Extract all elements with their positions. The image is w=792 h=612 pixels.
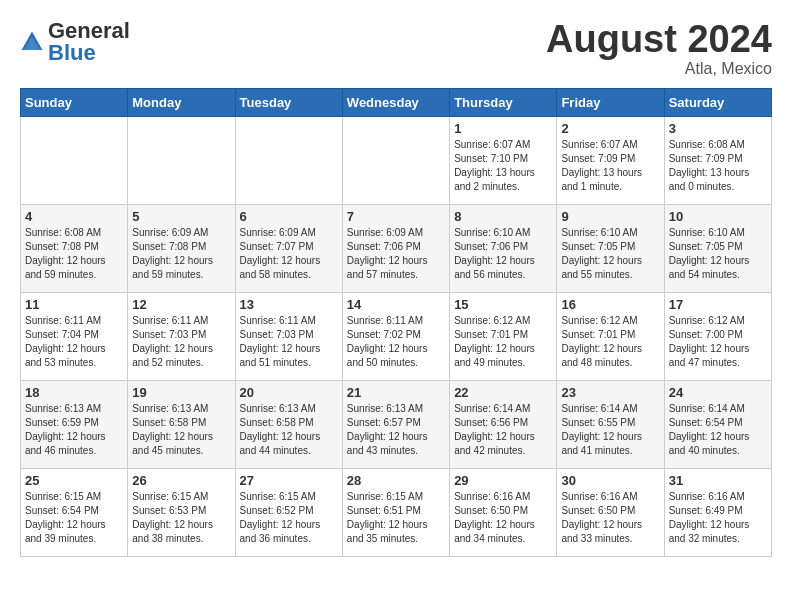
day-info: Sunrise: 6:09 AM Sunset: 7:08 PM Dayligh… [132,226,230,282]
page-header: General Blue August 2024 Atla, Mexico [20,20,772,78]
day-number: 17 [669,297,767,312]
calendar-cell: 26Sunrise: 6:15 AM Sunset: 6:53 PM Dayli… [128,469,235,557]
day-header-saturday: Saturday [664,89,771,117]
day-number: 22 [454,385,552,400]
day-info: Sunrise: 6:14 AM Sunset: 6:55 PM Dayligh… [561,402,659,458]
calendar-cell: 29Sunrise: 6:16 AM Sunset: 6:50 PM Dayli… [450,469,557,557]
calendar-cell: 17Sunrise: 6:12 AM Sunset: 7:00 PM Dayli… [664,293,771,381]
day-info: Sunrise: 6:16 AM Sunset: 6:49 PM Dayligh… [669,490,767,546]
day-info: Sunrise: 6:12 AM Sunset: 7:01 PM Dayligh… [561,314,659,370]
calendar-cell: 25Sunrise: 6:15 AM Sunset: 6:54 PM Dayli… [21,469,128,557]
day-info: Sunrise: 6:09 AM Sunset: 7:06 PM Dayligh… [347,226,445,282]
day-number: 19 [132,385,230,400]
day-number: 4 [25,209,123,224]
calendar-cell: 30Sunrise: 6:16 AM Sunset: 6:50 PM Dayli… [557,469,664,557]
day-number: 23 [561,385,659,400]
location: Atla, Mexico [546,60,772,78]
calendar-cell: 27Sunrise: 6:15 AM Sunset: 6:52 PM Dayli… [235,469,342,557]
calendar-header-row: SundayMondayTuesdayWednesdayThursdayFrid… [21,89,772,117]
day-info: Sunrise: 6:07 AM Sunset: 7:10 PM Dayligh… [454,138,552,194]
day-number: 27 [240,473,338,488]
day-info: Sunrise: 6:08 AM Sunset: 7:08 PM Dayligh… [25,226,123,282]
day-number: 18 [25,385,123,400]
day-info: Sunrise: 6:10 AM Sunset: 7:05 PM Dayligh… [561,226,659,282]
day-info: Sunrise: 6:15 AM Sunset: 6:51 PM Dayligh… [347,490,445,546]
day-info: Sunrise: 6:11 AM Sunset: 7:02 PM Dayligh… [347,314,445,370]
calendar-cell: 2Sunrise: 6:07 AM Sunset: 7:09 PM Daylig… [557,117,664,205]
calendar-cell: 20Sunrise: 6:13 AM Sunset: 6:58 PM Dayli… [235,381,342,469]
day-header-monday: Monday [128,89,235,117]
day-number: 10 [669,209,767,224]
calendar-cell: 11Sunrise: 6:11 AM Sunset: 7:04 PM Dayli… [21,293,128,381]
day-number: 2 [561,121,659,136]
day-info: Sunrise: 6:11 AM Sunset: 7:03 PM Dayligh… [240,314,338,370]
calendar-cell [342,117,449,205]
day-number: 26 [132,473,230,488]
day-number: 15 [454,297,552,312]
day-number: 20 [240,385,338,400]
day-number: 24 [669,385,767,400]
day-info: Sunrise: 6:16 AM Sunset: 6:50 PM Dayligh… [561,490,659,546]
calendar-table: SundayMondayTuesdayWednesdayThursdayFrid… [20,88,772,557]
day-header-wednesday: Wednesday [342,89,449,117]
calendar-cell: 19Sunrise: 6:13 AM Sunset: 6:58 PM Dayli… [128,381,235,469]
calendar-week-row: 11Sunrise: 6:11 AM Sunset: 7:04 PM Dayli… [21,293,772,381]
calendar-cell: 9Sunrise: 6:10 AM Sunset: 7:05 PM Daylig… [557,205,664,293]
calendar-cell: 6Sunrise: 6:09 AM Sunset: 7:07 PM Daylig… [235,205,342,293]
month-title: August 2024 [546,20,772,58]
title-block: August 2024 Atla, Mexico [546,20,772,78]
calendar-cell: 13Sunrise: 6:11 AM Sunset: 7:03 PM Dayli… [235,293,342,381]
calendar-cell: 24Sunrise: 6:14 AM Sunset: 6:54 PM Dayli… [664,381,771,469]
day-number: 6 [240,209,338,224]
calendar-cell: 4Sunrise: 6:08 AM Sunset: 7:08 PM Daylig… [21,205,128,293]
calendar-cell: 21Sunrise: 6:13 AM Sunset: 6:57 PM Dayli… [342,381,449,469]
calendar-cell [235,117,342,205]
calendar-week-row: 4Sunrise: 6:08 AM Sunset: 7:08 PM Daylig… [21,205,772,293]
calendar-cell: 5Sunrise: 6:09 AM Sunset: 7:08 PM Daylig… [128,205,235,293]
day-info: Sunrise: 6:09 AM Sunset: 7:07 PM Dayligh… [240,226,338,282]
calendar-cell: 15Sunrise: 6:12 AM Sunset: 7:01 PM Dayli… [450,293,557,381]
day-info: Sunrise: 6:10 AM Sunset: 7:06 PM Dayligh… [454,226,552,282]
day-info: Sunrise: 6:15 AM Sunset: 6:54 PM Dayligh… [25,490,123,546]
day-info: Sunrise: 6:11 AM Sunset: 7:03 PM Dayligh… [132,314,230,370]
calendar-cell [21,117,128,205]
day-number: 3 [669,121,767,136]
day-number: 31 [669,473,767,488]
calendar-cell: 3Sunrise: 6:08 AM Sunset: 7:09 PM Daylig… [664,117,771,205]
day-header-tuesday: Tuesday [235,89,342,117]
calendar-cell: 7Sunrise: 6:09 AM Sunset: 7:06 PM Daylig… [342,205,449,293]
calendar-cell: 1Sunrise: 6:07 AM Sunset: 7:10 PM Daylig… [450,117,557,205]
day-number: 9 [561,209,659,224]
calendar-cell [128,117,235,205]
day-number: 29 [454,473,552,488]
day-number: 11 [25,297,123,312]
calendar-week-row: 1Sunrise: 6:07 AM Sunset: 7:10 PM Daylig… [21,117,772,205]
calendar-cell: 10Sunrise: 6:10 AM Sunset: 7:05 PM Dayli… [664,205,771,293]
calendar-cell: 31Sunrise: 6:16 AM Sunset: 6:49 PM Dayli… [664,469,771,557]
day-number: 7 [347,209,445,224]
day-info: Sunrise: 6:13 AM Sunset: 6:58 PM Dayligh… [240,402,338,458]
calendar-cell: 28Sunrise: 6:15 AM Sunset: 6:51 PM Dayli… [342,469,449,557]
calendar-cell: 22Sunrise: 6:14 AM Sunset: 6:56 PM Dayli… [450,381,557,469]
day-number: 1 [454,121,552,136]
day-info: Sunrise: 6:12 AM Sunset: 7:01 PM Dayligh… [454,314,552,370]
day-info: Sunrise: 6:15 AM Sunset: 6:52 PM Dayligh… [240,490,338,546]
day-info: Sunrise: 6:15 AM Sunset: 6:53 PM Dayligh… [132,490,230,546]
day-info: Sunrise: 6:08 AM Sunset: 7:09 PM Dayligh… [669,138,767,194]
day-number: 25 [25,473,123,488]
calendar-cell: 16Sunrise: 6:12 AM Sunset: 7:01 PM Dayli… [557,293,664,381]
calendar-cell: 14Sunrise: 6:11 AM Sunset: 7:02 PM Dayli… [342,293,449,381]
day-info: Sunrise: 6:16 AM Sunset: 6:50 PM Dayligh… [454,490,552,546]
day-number: 13 [240,297,338,312]
day-number: 30 [561,473,659,488]
day-info: Sunrise: 6:13 AM Sunset: 6:57 PM Dayligh… [347,402,445,458]
day-number: 12 [132,297,230,312]
day-info: Sunrise: 6:07 AM Sunset: 7:09 PM Dayligh… [561,138,659,194]
day-header-sunday: Sunday [21,89,128,117]
day-info: Sunrise: 6:12 AM Sunset: 7:00 PM Dayligh… [669,314,767,370]
day-number: 16 [561,297,659,312]
day-header-friday: Friday [557,89,664,117]
day-info: Sunrise: 6:14 AM Sunset: 6:56 PM Dayligh… [454,402,552,458]
day-info: Sunrise: 6:13 AM Sunset: 6:58 PM Dayligh… [132,402,230,458]
day-info: Sunrise: 6:14 AM Sunset: 6:54 PM Dayligh… [669,402,767,458]
